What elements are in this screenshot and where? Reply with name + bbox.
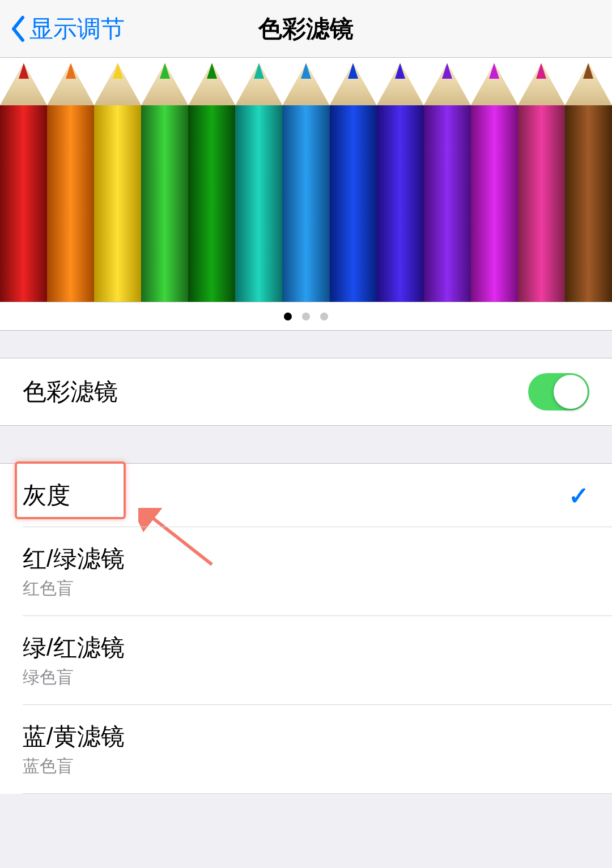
pencil-icon: [0, 63, 47, 302]
option-title: 红/绿滤镜: [23, 543, 125, 575]
toggle-knob: [554, 375, 588, 409]
pencil-icon: [424, 63, 471, 302]
pencil-icon: [565, 63, 612, 302]
filter-option-row[interactable]: 灰度✓: [0, 464, 612, 527]
pencil-icon: [188, 63, 235, 302]
chevron-left-icon: [10, 15, 26, 42]
filter-option-row[interactable]: 绿/红滤镜绿色盲: [0, 616, 612, 705]
pencil-icon: [518, 63, 565, 302]
option-title: 蓝/黄滤镜: [23, 721, 125, 752]
option-subtitle: 红色盲: [23, 577, 125, 600]
pencil-icon: [282, 63, 329, 302]
pencils-illustration: [0, 63, 612, 302]
checkmark-icon: ✓: [568, 481, 589, 510]
pencil-icon: [471, 63, 518, 302]
toggle-label: 色彩滤镜: [23, 376, 118, 408]
pencil-icon: [47, 63, 94, 302]
page-dot[interactable]: [302, 313, 310, 320]
filter-option-row[interactable]: 红/绿滤镜红色盲: [0, 527, 612, 616]
color-filter-toggle[interactable]: [528, 373, 589, 411]
pencil-icon: [377, 63, 424, 302]
nav-header: 显示调节 色彩滤镜: [0, 0, 612, 58]
pencil-icon: [235, 63, 282, 302]
page-dot[interactable]: [284, 313, 292, 320]
page-dot[interactable]: [320, 313, 328, 320]
pencil-icon: [141, 63, 188, 302]
back-label: 显示调节: [29, 13, 125, 45]
option-title: 绿/红滤镜: [23, 632, 125, 664]
pencil-icon: [330, 63, 377, 302]
pencil-icon: [94, 63, 141, 302]
section-spacer: [0, 331, 612, 358]
option-subtitle: 蓝色盲: [23, 755, 125, 778]
color-filter-toggle-row: 色彩滤镜: [0, 358, 612, 426]
back-button[interactable]: 显示调节: [0, 13, 125, 45]
filter-option-row[interactable]: 蓝/黄滤镜蓝色盲: [0, 705, 612, 794]
section-spacer: [0, 426, 612, 463]
filter-preview-carousel[interactable]: [0, 58, 612, 302]
option-title: 灰度: [23, 480, 70, 511]
page-indicator[interactable]: [0, 302, 612, 331]
option-subtitle: 绿色盲: [23, 666, 125, 689]
filter-options-list: 灰度✓红/绿滤镜红色盲绿/红滤镜绿色盲蓝/黄滤镜蓝色盲: [0, 463, 612, 794]
page-title: 色彩滤镜: [258, 13, 354, 45]
